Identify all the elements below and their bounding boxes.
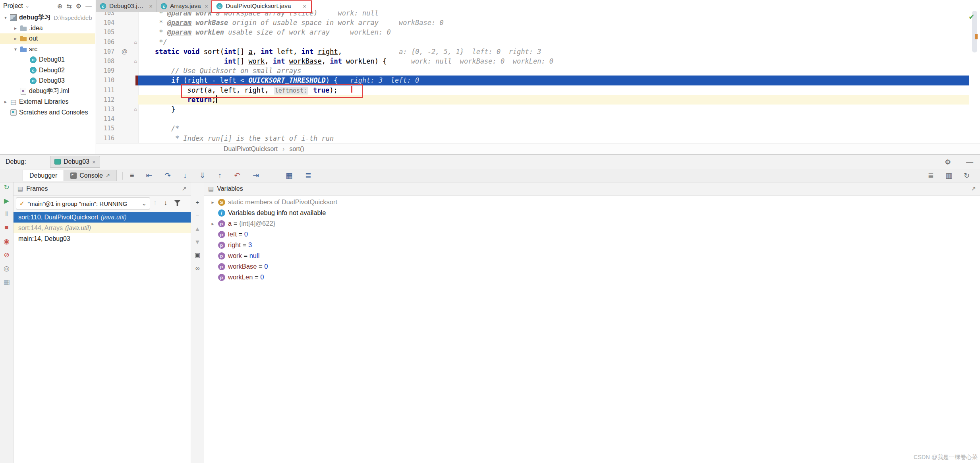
- code-line-107[interactable]: static void sort(int[] a, int left, int …: [138, 47, 969, 56]
- code-line-106[interactable]: */: [138, 37, 969, 47]
- show-execution-point-icon[interactable]: ⇤: [146, 171, 152, 180]
- code-line-108[interactable]: int[] work, int workBase, int workLen) {…: [138, 56, 969, 66]
- chevron-right-icon[interactable]: ▸: [2, 99, 10, 105]
- chevron-down-icon[interactable]: ⌄: [25, 3, 29, 9]
- pin-panel-icon[interactable]: ↗: [182, 185, 187, 192]
- stop-program-icon[interactable]: ■: [0, 224, 13, 232]
- step-out-icon[interactable]: ↑: [218, 171, 222, 180]
- view-layout-options-icon[interactable]: ≣: [305, 171, 311, 180]
- remove-watch-icon[interactable]: −: [191, 212, 204, 219]
- hamburger-menu-icon[interactable]: ≡: [130, 171, 134, 180]
- close-tab-icon[interactable]: ×: [149, 3, 153, 10]
- variable-row[interactable]: pwork = null: [204, 250, 980, 261]
- line-number[interactable]: 113: [104, 105, 114, 114]
- variable-row[interactable]: iVariables debug info not available: [204, 207, 980, 218]
- mute-breakpoints-icon[interactable]: ⊘: [0, 251, 13, 259]
- line-number[interactable]: 112: [104, 95, 114, 105]
- chevron-down-icon[interactable]: ▾: [2, 15, 10, 20]
- restore-layout-icon[interactable]: ▥: [945, 171, 952, 180]
- run-to-cursor-icon[interactable]: ⇥: [253, 171, 259, 180]
- locate-file-icon[interactable]: ⊕: [57, 2, 62, 10]
- minimize-window-icon[interactable]: —: [966, 158, 973, 166]
- variable-row[interactable]: ▸pa = {int[4]@622}: [204, 218, 980, 229]
- close-session-icon[interactable]: ×: [92, 159, 96, 165]
- editor-area[interactable]: 103104105106⌂107@108⌂109110111112113⌂114…: [96, 0, 980, 143]
- code-line-110[interactable]: if (right - left < QUICKSORT_THRESHOLD) …: [138, 76, 969, 85]
- code-line-116[interactable]: * Index run[i] is the start of i-th run: [138, 134, 969, 143]
- debug-session-tab[interactable]: Debug03 ×: [50, 156, 100, 168]
- event-history-icon[interactable]: ↻: [964, 171, 970, 180]
- gutter-line-113[interactable]: 113⌂: [96, 105, 138, 114]
- code-line-112[interactable]: return;: [138, 95, 969, 105]
- gutter-line-105[interactable]: 105: [96, 27, 138, 37]
- minimize-panel-icon[interactable]: —: [85, 2, 92, 10]
- layout-grid-icon[interactable]: ▦: [0, 278, 13, 286]
- line-number[interactable]: 115: [104, 124, 114, 133]
- chevron-right-icon[interactable]: ▸: [208, 221, 218, 227]
- duplicate-watch-icon[interactable]: ▣: [191, 252, 204, 259]
- view-breakpoints-icon[interactable]: ◉: [0, 237, 13, 246]
- line-number[interactable]: 116: [104, 134, 114, 143]
- gutter-line-116[interactable]: 116: [96, 134, 138, 143]
- gutter-line-109[interactable]: 109: [96, 66, 138, 76]
- variable-row[interactable]: pworkLen = 0: [204, 272, 980, 283]
- variable-row[interactable]: pleft = 0: [204, 229, 980, 240]
- tree-item-src[interactable]: ▾src: [0, 44, 95, 55]
- hide-library-frames-icon[interactable]: [174, 200, 180, 206]
- thread-dump-camera-icon[interactable]: ◎: [0, 264, 13, 273]
- gutter-line-104[interactable]: 104: [96, 18, 138, 27]
- frame-row[interactable]: main:14, Debug03: [14, 233, 191, 244]
- add-watch-icon[interactable]: +: [191, 199, 204, 205]
- line-number[interactable]: 111: [104, 85, 114, 95]
- close-tab-icon[interactable]: ×: [303, 3, 306, 10]
- collapse-all-icon[interactable]: ⇆: [66, 2, 72, 10]
- pause-program-icon[interactable]: ‖: [0, 210, 13, 218]
- line-number[interactable]: 105: [104, 27, 114, 37]
- tree-item-debug02[interactable]: cDebug02: [0, 65, 95, 76]
- gutter-line-112[interactable]: 112: [96, 95, 138, 105]
- line-number[interactable]: 108: [104, 56, 114, 66]
- code-line-111[interactable]: sort(a, left, right, leftmost: true);: [138, 85, 969, 95]
- tree-item-out[interactable]: ▸out: [0, 33, 95, 44]
- tree-item-debug01[interactable]: cDebug01: [0, 54, 95, 65]
- line-number[interactable]: 114: [104, 114, 114, 124]
- tree-item-scratches-and-consoles[interactable]: Scratches and Consoles: [0, 107, 95, 118]
- settings-layout-icon[interactable]: ≣: [928, 171, 934, 180]
- tab-console[interactable]: Console ↗: [64, 170, 117, 181]
- variable-row[interactable]: pright = 3: [204, 240, 980, 250]
- chevron-right-icon[interactable]: ▸: [208, 200, 218, 205]
- gutter-line-106[interactable]: 106⌂: [96, 37, 138, 47]
- show-watches-icon[interactable]: ∞: [191, 265, 204, 271]
- editor-tab-dualpivotquicksort-java[interactable]: cDualPivotQuicksort.java×: [212, 0, 310, 12]
- force-step-into-icon[interactable]: ⇓: [199, 171, 206, 180]
- code-line-113[interactable]: }: [138, 105, 969, 114]
- editor-tab-arrays-java[interactable]: cArrays.java×: [157, 0, 212, 12]
- line-number[interactable]: 110: [104, 76, 114, 85]
- evaluate-expression-icon[interactable]: ▦: [286, 171, 293, 180]
- tree-item-external-libraries[interactable]: ▸▤External Libraries: [0, 97, 95, 107]
- resume-program-icon[interactable]: ▶: [0, 197, 13, 205]
- tree-item-idea[interactable]: ▸.idea: [0, 23, 95, 34]
- settings-gear-icon[interactable]: ⚙: [945, 158, 951, 167]
- drop-frame-icon[interactable]: ↶: [234, 171, 240, 180]
- tree-item-debug03[interactable]: cDebug03: [0, 76, 95, 86]
- project-panel-title[interactable]: Project: [3, 2, 23, 10]
- next-frame-icon[interactable]: ↓: [164, 199, 168, 207]
- variable-row[interactable]: pworkBase = 0: [204, 261, 980, 272]
- line-number[interactable]: 109: [104, 66, 114, 76]
- code-line-114[interactable]: [138, 114, 969, 124]
- gutter-line-108[interactable]: 108⌂: [96, 56, 138, 66]
- frame-row[interactable]: sort:110, DualPivotQuicksort(java.util): [14, 212, 191, 223]
- line-number[interactable]: 107: [104, 47, 114, 56]
- chevron-right-icon[interactable]: ▸: [12, 36, 19, 41]
- breadcrumb-method[interactable]: sort(): [289, 145, 304, 153]
- frame-row[interactable]: sort:144, Arrays(java.util): [14, 223, 191, 233]
- settings-gear-icon[interactable]: ⚙: [76, 2, 81, 10]
- code-line-104[interactable]: * @param workBase origin of usable space…: [138, 18, 969, 27]
- scrollbar-warning-marker[interactable]: [975, 34, 978, 39]
- move-watch-up-icon[interactable]: ▲: [191, 225, 204, 232]
- inspections-ok-icon[interactable]: ✔: [968, 12, 975, 21]
- rerun-debug-icon[interactable]: ↻: [0, 183, 13, 192]
- gutter-line-110[interactable]: 110: [96, 76, 138, 85]
- gutter-line-107[interactable]: 107@: [96, 47, 138, 56]
